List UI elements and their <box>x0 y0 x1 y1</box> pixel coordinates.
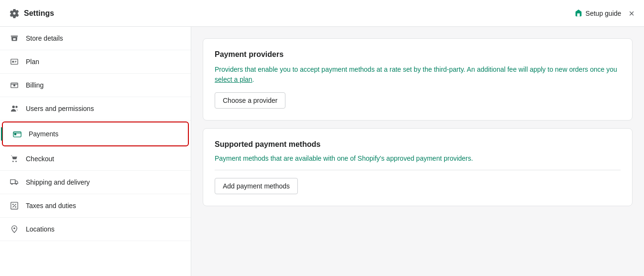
add-payment-methods-button[interactable]: Add payment methods <box>215 178 298 194</box>
description-text-1: Providers that enable you to accept paym… <box>215 66 617 73</box>
sidebar-item-shipping-delivery-label: Shipping and delivery <box>26 178 90 186</box>
billing-icon <box>10 80 19 90</box>
header-right: Setup guide × <box>574 9 634 18</box>
svg-rect-1 <box>12 61 14 63</box>
supported-payment-methods-subtitle: Payment methods that are available with … <box>215 155 621 162</box>
content-area: Payment providers Providers that enable … <box>191 27 644 276</box>
close-icon: × <box>629 8 634 19</box>
sidebar: Store details Plan <box>0 27 191 276</box>
payment-providers-title: Payment providers <box>215 50 621 59</box>
payment-providers-card: Payment providers Providers that enable … <box>203 38 633 121</box>
svg-point-12 <box>12 161 14 162</box>
close-button[interactable]: × <box>629 9 634 18</box>
card-divider <box>215 170 621 170</box>
add-payment-methods-label: Add payment methods <box>223 182 290 190</box>
sidebar-item-taxes-duties-label: Taxes and duties <box>26 202 76 210</box>
svg-point-20 <box>13 227 15 229</box>
svg-rect-0 <box>11 59 18 65</box>
sidebar-item-payments-label: Payments <box>29 130 58 138</box>
setup-guide-button[interactable]: Setup guide <box>574 9 622 18</box>
users-icon <box>10 104 19 113</box>
svg-point-19 <box>15 206 16 208</box>
store-icon <box>10 33 19 43</box>
header-left: Settings <box>10 9 54 18</box>
sidebar-item-taxes-duties[interactable]: Taxes and duties <box>0 194 191 218</box>
choose-provider-button[interactable]: Choose a provider <box>215 92 285 109</box>
header: Settings Setup guide × <box>0 0 644 27</box>
checkout-icon <box>10 154 19 164</box>
sidebar-item-billing-label: Billing <box>26 81 44 89</box>
svg-point-7 <box>12 106 15 108</box>
supported-payment-methods-card: Supported payment methods Payment method… <box>203 128 633 206</box>
sidebar-item-checkout-label: Checkout <box>26 155 54 163</box>
taxes-icon <box>10 201 19 210</box>
header-title: Settings <box>24 9 54 18</box>
svg-point-14 <box>11 184 13 185</box>
sidebar-item-billing[interactable]: Billing <box>0 74 191 97</box>
sidebar-item-plan-label: Plan <box>26 58 39 66</box>
svg-rect-10 <box>14 133 17 135</box>
sidebar-item-plan[interactable]: Plan <box>0 50 191 74</box>
shipping-icon <box>10 177 19 187</box>
svg-point-13 <box>15 161 17 162</box>
sidebar-item-users-permissions[interactable]: Users and permissions <box>0 97 191 121</box>
supported-payment-methods-title: Supported payment methods <box>215 140 621 149</box>
main-layout: Store details Plan <box>0 27 644 276</box>
sidebar-item-store-details-label: Store details <box>26 34 63 42</box>
setup-guide-label: Setup guide <box>586 10 622 17</box>
sidebar-item-shipping-delivery[interactable]: Shipping and delivery <box>0 171 191 194</box>
svg-point-15 <box>16 184 17 185</box>
plan-icon <box>10 57 19 66</box>
sidebar-item-store-details[interactable]: Store details <box>0 27 191 50</box>
description-text-2: . <box>252 76 254 83</box>
gear-icon <box>10 9 19 18</box>
sidebar-item-checkout[interactable]: Checkout <box>0 147 191 171</box>
select-plan-link[interactable]: select a plan <box>215 76 252 83</box>
choose-provider-label: Choose a provider <box>223 97 277 104</box>
payments-icon <box>12 129 22 139</box>
sidebar-item-payments[interactable]: Payments <box>2 121 189 146</box>
sidebar-item-locations-label: Locations <box>26 225 55 233</box>
sidebar-item-locations[interactable]: Locations <box>0 218 191 241</box>
svg-point-8 <box>15 106 18 108</box>
payment-providers-description: Providers that enable you to accept paym… <box>215 65 621 85</box>
sidebar-item-users-permissions-label: Users and permissions <box>26 105 94 112</box>
locations-icon <box>10 224 19 234</box>
svg-point-18 <box>12 204 14 205</box>
